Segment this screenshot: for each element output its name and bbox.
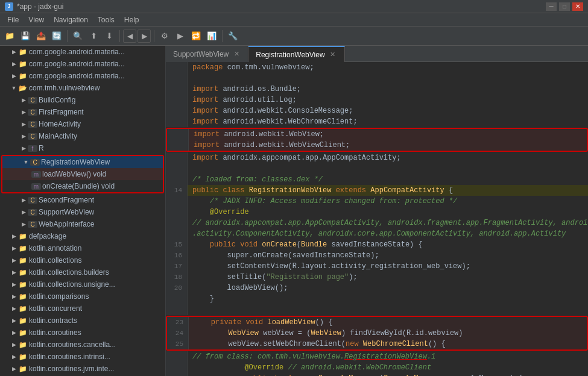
- tree-item-kotlin-comparisons[interactable]: ▶ 📁 kotlin.comparisons: [0, 290, 165, 302]
- line-content: webView.setWebChromeClient(new WebChrome…: [189, 339, 587, 349]
- refresh2-button[interactable]: 🔁: [189, 29, 203, 43]
- run-button[interactable]: ▶: [173, 29, 188, 43]
- main-layout: ▶ 📁 com.google.android.materia... ▶ 📁 co…: [0, 46, 588, 376]
- settings-button[interactable]: 🔧: [226, 29, 240, 43]
- tree-item-vulnwebview[interactable]: ▼ 📂 com.tmh.vulnwebview: [0, 82, 165, 94]
- line-num: [166, 73, 188, 84]
- line-content: import android.os.Bundle;: [188, 84, 588, 95]
- tab-supportwebview[interactable]: SupportWebView ✕: [166, 46, 248, 62]
- tab-close-registration[interactable]: ✕: [329, 51, 337, 59]
- tree-item-oncreate[interactable]: m onCreate(Bundle) void: [2, 180, 163, 192]
- menu-navigation[interactable]: Navigation: [49, 14, 93, 25]
- class-icon: C: [28, 221, 37, 228]
- line-num: 15: [166, 239, 188, 250]
- menu-bar: File View Navigation Tools Help: [0, 13, 588, 27]
- code-line-settitle: 18 setTitle("Registration page");: [166, 272, 588, 283]
- find-button[interactable]: 🔍: [71, 29, 85, 43]
- class-icon: C: [30, 159, 40, 166]
- tree-item-material3[interactable]: ▶ 📁 com.google.android.materia...: [0, 70, 165, 82]
- menu-tools[interactable]: Tools: [93, 14, 119, 25]
- code-line-jadx-info: /* JADX INFO: Access modifiers changed f…: [166, 196, 588, 207]
- line-num: [167, 129, 189, 140]
- line-num: [167, 140, 189, 151]
- tree-item-buildconfig[interactable]: ▶ C BuildConfig: [0, 94, 165, 106]
- find-prev[interactable]: ⬆: [86, 29, 101, 43]
- tree-item-supportwebview[interactable]: ▶ C SupportWebView: [0, 206, 165, 218]
- tab-label-active: RegistrationWebView: [256, 51, 324, 59]
- line-num: [166, 293, 188, 304]
- tree-item-material2[interactable]: ▶ 📁 com.google.android.materia...: [0, 58, 165, 70]
- code-area[interactable]: package com.tmh.vulnwebview; import andr…: [166, 62, 588, 376]
- tree-item-kotlin-coroutines-cancella[interactable]: ▶ 📁 kotlin.coroutines.cancella...: [0, 339, 165, 351]
- line-num: [166, 207, 188, 218]
- tab-registrationwebview[interactable]: RegistrationWebView ✕: [248, 46, 344, 62]
- decompile-button[interactable]: ⚙: [157, 29, 172, 43]
- tree-item-kotlin-concurrent[interactable]: ▶ 📁 kotlin.concurrent: [0, 302, 165, 315]
- tab-close-support[interactable]: ✕: [232, 50, 241, 58]
- tree-item-homeactivity[interactable]: ▶ C HomeActivity: [0, 118, 165, 130]
- line-content: public void onCreate(Bundle savedInstanc…: [188, 239, 588, 250]
- line-content: [188, 304, 588, 315]
- folder-icon: 📁: [18, 72, 28, 80]
- maximize-button[interactable]: □: [559, 2, 570, 11]
- tree-item-secondfragment[interactable]: ▶ C SecondFragment: [0, 194, 165, 206]
- find-next[interactable]: ⬇: [102, 29, 116, 43]
- tree-item-kotlin-coroutines-intrinsi[interactable]: ▶ 📁 kotlin.coroutines.intrinsi...: [0, 351, 165, 363]
- menu-view[interactable]: View: [24, 14, 49, 25]
- line-content: [188, 163, 588, 174]
- menu-help[interactable]: Help: [119, 14, 144, 25]
- back-button[interactable]: ◀: [123, 30, 136, 43]
- tree-item-loadwebview[interactable]: m loadWebView() void: [2, 168, 163, 180]
- line-num: [166, 163, 188, 174]
- tree-item-kotlin-annotation[interactable]: ▶ 📁 kotlin.annotation: [0, 242, 165, 254]
- tree-item-material1[interactable]: ▶ 📁 com.google.android.materia...: [0, 46, 165, 58]
- line-content: [188, 73, 588, 84]
- class-icon: C: [28, 197, 37, 204]
- code-line-onconsolemessage: 27 public boolean onConsoleMessage(Conso…: [166, 373, 588, 376]
- line-num: 27: [166, 373, 188, 376]
- line-num: [166, 228, 188, 239]
- tree-item-webappinterface[interactable]: ▶ C WebAppInterface: [0, 218, 165, 230]
- line-num: [166, 196, 188, 207]
- menu-file[interactable]: File: [2, 14, 24, 25]
- line-content: import android.webkit.WebChromeClient;: [188, 116, 588, 127]
- folder-icon: 📂: [18, 84, 28, 92]
- folder-icon: 📁: [18, 60, 28, 68]
- tree-item-defpackage[interactable]: ▶ 📁 defpackage: [0, 230, 165, 242]
- code-line-close-oncreate: }: [166, 293, 588, 304]
- window-controls[interactable]: ─ □ ✕: [546, 2, 583, 11]
- close-button[interactable]: ✕: [572, 2, 583, 11]
- sidebar[interactable]: ▶ 📁 com.google.android.materia... ▶ 📁 co…: [0, 46, 166, 376]
- code-line-loadwebview-decl: 23 private void loadWebView() {: [167, 317, 587, 328]
- tree-item-kotlin-collections-unsigned[interactable]: ▶ 📁 kotlin.collections.unsigne...: [0, 278, 165, 290]
- toolbar-sep-1: [67, 30, 68, 42]
- minimize-button[interactable]: ─: [546, 2, 557, 11]
- tree-item-kotlin-coroutines-jvm[interactable]: ▶ 📁 kotlin.coroutines.jvm.inte...: [0, 363, 165, 375]
- tree-item-kotlin-coroutines[interactable]: ▶ 📁 kotlin.coroutines: [0, 327, 165, 339]
- folder-icon: 📁: [18, 341, 28, 349]
- tree-item-mainactivity[interactable]: ▶ C MainActivity: [0, 130, 165, 142]
- method-icon: m: [31, 183, 41, 190]
- open-button[interactable]: 📁: [2, 29, 17, 43]
- code-line-comment-loaded: /* loaded from: classes.dex */: [166, 174, 588, 185]
- analyze-button[interactable]: 📊: [204, 29, 219, 43]
- tree-item-registrationwebview[interactable]: ▼ C RegistrationWebView: [2, 156, 163, 168]
- folder-icon: 📁: [18, 293, 28, 301]
- save-button[interactable]: 💾: [18, 29, 33, 43]
- tree-item-kotlin-collections[interactable]: ▶ 📁 kotlin.collections: [0, 254, 165, 266]
- folder-icon: 📁: [18, 269, 28, 277]
- code-line-import-webview: import android.webkit.WebView;: [167, 129, 587, 140]
- tree-item-firstfragment[interactable]: ▶ C FirstFragment: [0, 106, 165, 118]
- class-icon: C: [28, 97, 37, 104]
- tree-item-r[interactable]: ▶ f R: [0, 142, 165, 154]
- tree-item-kotlin-contracts[interactable]: ▶ 📁 kotlin.contracts: [0, 315, 165, 327]
- line-content: import androidx.appcompat.app.AppCompatA…: [188, 152, 588, 163]
- reload-button[interactable]: 🔄: [49, 29, 64, 43]
- forward-button[interactable]: ▶: [138, 30, 151, 43]
- code-line-setwebchromeclient: 25 webView.setWebChromeClient(new WebChr…: [167, 339, 587, 349]
- export-button[interactable]: 📤: [34, 29, 48, 43]
- tree-item-kotlin-collections-builders[interactable]: ▶ 📁 kotlin.collections.builders: [0, 266, 165, 278]
- code-line-long-comment2: .activity.ComponentActivity, androidx.co…: [166, 228, 588, 239]
- line-content: /* JADX INFO: Access modifiers changed f…: [188, 196, 588, 207]
- line-num: [166, 95, 188, 105]
